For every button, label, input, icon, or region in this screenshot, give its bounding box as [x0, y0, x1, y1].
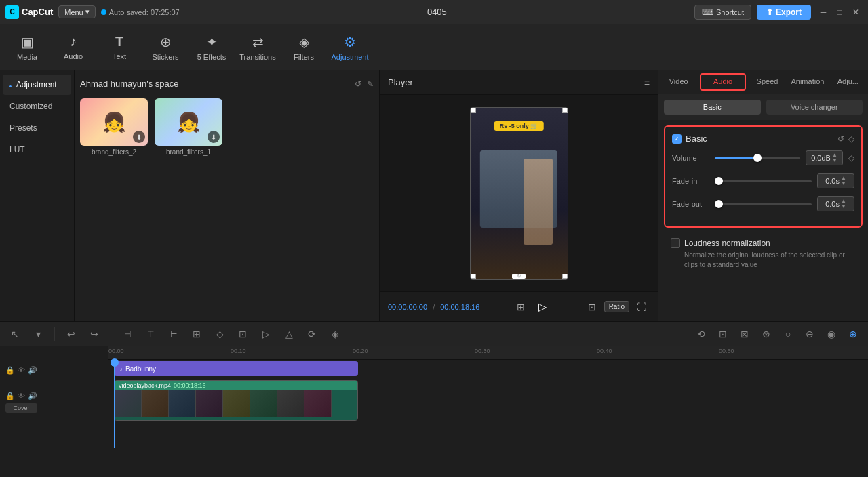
loudness-checkbox[interactable]: [671, 239, 680, 248]
video-clip[interactable]: videoplayback.mp4 00:00:18:16: [114, 380, 358, 421]
toolbar-media[interactable]: ▣ Media: [5, 27, 49, 68]
right-tabs: Video Audio Speed Animation Adju...: [658, 70, 868, 94]
fade-in-thumb[interactable]: [715, 177, 723, 185]
handle-tl[interactable]: [471, 108, 476, 113]
volume-row: Volume 0.0dB ▲ ▼ ◇: [672, 150, 854, 165]
menu-button[interactable]: Menu ▾: [58, 5, 96, 18]
fade-in-down[interactable]: ▼: [841, 181, 846, 186]
handle-br[interactable]: [562, 274, 568, 279]
handle-tr[interactable]: [562, 108, 568, 113]
edit-icon[interactable]: ✎: [367, 79, 374, 89]
download-icon-2[interactable]: ⬇: [208, 131, 220, 143]
volume-slider[interactable]: [715, 157, 800, 159]
text-icon: T: [115, 34, 123, 49]
cursor-dropdown[interactable]: ▾: [28, 325, 47, 344]
playhead-head: [111, 358, 119, 367]
play-button[interactable]: ▷: [534, 299, 551, 315]
toolbar-transitions[interactable]: ⇄ Transitions: [236, 27, 279, 68]
sidebar-item-presets[interactable]: Presets: [3, 118, 71, 138]
fade-out-slider[interactable]: [715, 203, 812, 205]
eye-icon-video[interactable]: 👁: [18, 392, 25, 400]
ratio-button[interactable]: Ratio: [604, 301, 629, 312]
rt-tool-6[interactable]: ⊖: [800, 325, 819, 344]
close-button[interactable]: ✕: [849, 5, 863, 19]
undo-button[interactable]: ↩: [62, 325, 81, 344]
redo-button[interactable]: ↪: [85, 325, 104, 344]
tab-speed[interactable]: Speed: [747, 70, 787, 94]
mute-icon-audio[interactable]: 🔊: [28, 366, 37, 375]
play-clip-button[interactable]: ▷: [256, 325, 275, 344]
basic-section-header: ✓ Basic ↺ ◇: [672, 133, 854, 144]
thumb-1: [115, 390, 142, 417]
rt-tool-4[interactable]: ⊛: [757, 325, 776, 344]
minimize-button[interactable]: ─: [816, 5, 830, 19]
rt-tool-7[interactable]: ◉: [822, 325, 841, 344]
rotate-button[interactable]: ⟳: [302, 325, 321, 344]
basic-checkbox[interactable]: ✓: [672, 134, 682, 144]
eye-icon-audio[interactable]: 👁: [18, 366, 25, 375]
crop-button[interactable]: ⊡: [233, 325, 252, 344]
lock-icon-video[interactable]: 🔒: [5, 392, 15, 400]
volume-keyframe[interactable]: ◇: [848, 153, 854, 163]
toolbar-effects[interactable]: ✦ 5 Effects: [190, 27, 233, 68]
cursor-tool[interactable]: ↖: [5, 325, 24, 344]
rt-tool-3[interactable]: ⊠: [735, 325, 754, 344]
volume-down[interactable]: ▼: [832, 158, 837, 163]
rt-tool-2[interactable]: ⊡: [713, 325, 732, 344]
sub-tab-voice-changer[interactable]: Voice changer: [766, 100, 863, 115]
audio-clip[interactable]: ♪ Badbunny: [114, 361, 358, 376]
keyframe-button[interactable]: ◇: [210, 325, 229, 344]
maximize-button[interactable]: □: [833, 5, 846, 19]
tab-adjust[interactable]: Adju...: [828, 70, 868, 94]
rt-tool-5[interactable]: ○: [778, 325, 797, 344]
fade-in-slider[interactable]: [715, 180, 812, 182]
shortcut-button[interactable]: ⌨ Shortcut: [694, 5, 751, 20]
reset-icon[interactable]: ↺: [837, 134, 844, 144]
refresh-icon[interactable]: ↺: [355, 79, 361, 89]
trim-left-button[interactable]: ⊤: [141, 325, 160, 344]
fullscreen-button[interactable]: ⛶: [633, 299, 650, 315]
filter-card-1[interactable]: 👧 ⬇ brand_filters_2: [80, 98, 148, 156]
sidebar-item-customized[interactable]: Customized: [3, 96, 71, 117]
toolbar-adjustment[interactable]: ⚙ Adjustment: [328, 27, 372, 68]
freeze-button[interactable]: △: [279, 325, 298, 344]
rt-tool-1[interactable]: ⟲: [692, 325, 711, 344]
tab-animation[interactable]: Animation: [787, 70, 827, 94]
playhead[interactable]: [114, 360, 115, 448]
thumb-6: [250, 390, 277, 417]
tab-audio[interactable]: Audio: [700, 73, 745, 91]
fade-out-value: 0.0s ▲ ▼: [817, 196, 854, 211]
volume-thumb[interactable]: [753, 154, 762, 162]
filter-card-2[interactable]: 👧 ⬇ brand_filters_1: [155, 98, 222, 156]
rt-add-media[interactable]: ⊕: [844, 325, 863, 344]
toolbar-stickers[interactable]: ⊕ Stickers: [144, 27, 187, 68]
zoom-fit-icon[interactable]: ⊡: [584, 299, 600, 315]
delete-button[interactable]: ⊞: [187, 325, 206, 344]
export-button[interactable]: ⬆ Export: [757, 5, 811, 20]
hamburger-icon[interactable]: ≡: [644, 77, 650, 88]
more-button[interactable]: ◈: [326, 325, 344, 344]
sidebar-item-adjustment[interactable]: Adjustment: [3, 75, 71, 95]
handle-bl[interactable]: [471, 274, 476, 279]
lock-icon-audio[interactable]: 🔒: [5, 366, 15, 375]
toolbar-filters[interactable]: ◈ Filters: [282, 27, 326, 68]
diamond-icon[interactable]: ◇: [848, 134, 854, 144]
content-area: Ahmad humayun's space ↺ ✎ 👧 ⬇: [75, 70, 379, 321]
main-content: Adjustment Customized Presets LUT Ahmad …: [0, 70, 868, 321]
thumb-8: [304, 390, 332, 417]
trim-right-button[interactable]: ⊢: [164, 325, 183, 344]
tab-video[interactable]: Video: [658, 70, 698, 94]
cover-button[interactable]: Cover: [5, 403, 37, 413]
sub-tab-basic[interactable]: Basic: [664, 100, 761, 115]
fade-out-thumb[interactable]: [715, 200, 723, 208]
transitions-icon: ⇄: [252, 34, 264, 50]
grid-view-button[interactable]: ⊞: [513, 299, 529, 315]
fade-out-down[interactable]: ▼: [841, 204, 846, 209]
toolbar-audio[interactable]: ♪ Audio: [52, 27, 95, 68]
sidebar-item-lut[interactable]: LUT: [3, 140, 71, 160]
toolbar-text[interactable]: T Text: [98, 27, 141, 68]
mute-icon-video[interactable]: 🔊: [28, 392, 37, 400]
split-button[interactable]: ⊣: [118, 325, 137, 344]
rotate-handle[interactable]: ↻: [512, 274, 526, 279]
download-icon-1[interactable]: ⬇: [133, 131, 145, 143]
